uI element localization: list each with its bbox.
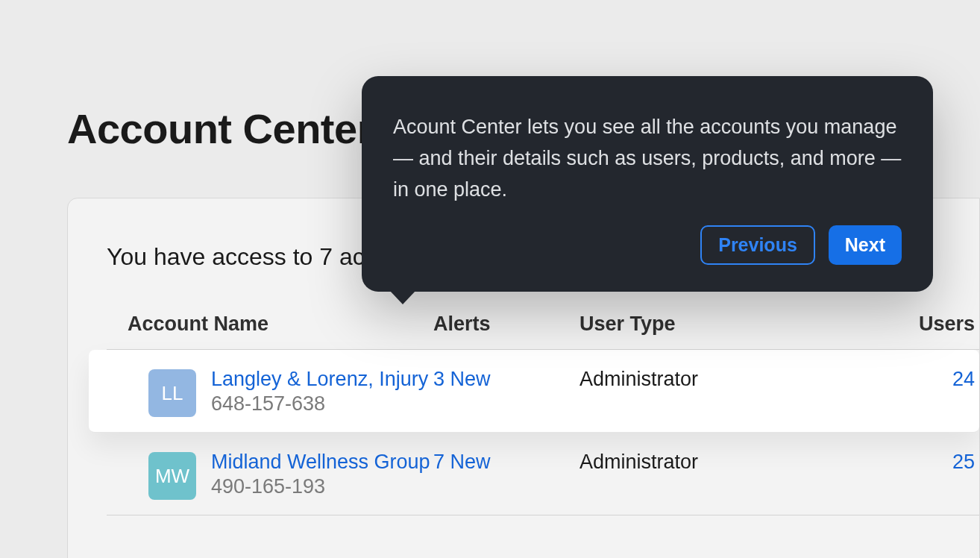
alerts-link[interactable]: 7 New <box>433 451 491 473</box>
page-title: Account Center <box>67 104 373 153</box>
user-type: Administrator <box>579 368 900 391</box>
tooltip-arrow-icon <box>390 291 415 304</box>
column-header-account-name: Account Name <box>107 313 433 336</box>
account-name-link[interactable]: Midland Wellness Group <box>211 451 430 474</box>
next-button[interactable]: Next <box>829 225 902 265</box>
alerts-link[interactable]: 3 New <box>433 368 491 390</box>
tooltip-body: Acount Center lets you see all the accou… <box>393 112 902 206</box>
table-row[interactable]: LL Langley & Lorenz, Injury & Ac 648-157… <box>89 350 979 433</box>
users-link[interactable]: 24 <box>952 368 975 390</box>
table-row[interactable]: MW Midland Wellness Group 490-165-193 7 … <box>107 433 979 515</box>
avatar: LL <box>148 369 196 417</box>
column-header-user-type: User Type <box>579 313 900 336</box>
user-type: Administrator <box>579 451 900 474</box>
account-id: 490-165-193 <box>211 475 430 498</box>
onboarding-tooltip: Acount Center lets you see all the accou… <box>362 76 933 292</box>
avatar: MW <box>148 452 196 500</box>
previous-button[interactable]: Previous <box>700 225 815 265</box>
account-id: 648-157-638 <box>211 392 433 416</box>
column-header-alerts: Alerts <box>433 313 579 336</box>
table-header-row: Account Name Alerts User Type Users <box>107 313 979 350</box>
account-name-link[interactable]: Langley & Lorenz, Injury & Ac <box>211 368 433 391</box>
column-header-users: Users <box>900 313 975 336</box>
accounts-table: Account Name Alerts User Type Users LL L… <box>68 313 979 515</box>
users-link[interactable]: 25 <box>952 451 975 473</box>
